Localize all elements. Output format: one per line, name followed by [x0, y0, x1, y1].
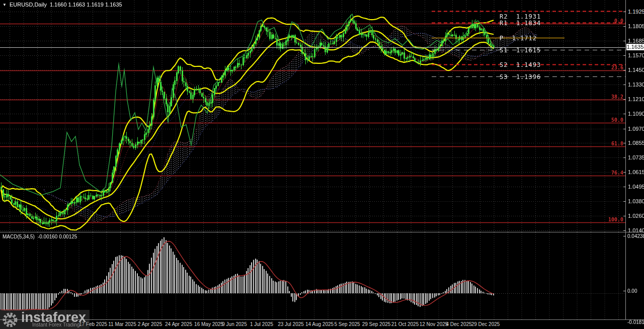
fib-label-50-0: 50.0: [611, 117, 623, 123]
macd-name: MACD(5,34,5): [3, 234, 35, 239]
date-axis-label: 5 Sep 2025: [334, 321, 360, 327]
date-axis-label: 11 Mar 2025: [108, 321, 136, 327]
price-axis-label: 1.0855: [628, 140, 644, 146]
price-axis-tick: [623, 12, 625, 12]
price-axis-label: 1.0615: [628, 170, 644, 175]
fib-label-0-0: 0.0: [614, 18, 623, 24]
date-axis-label: 1 Jul 2025: [250, 321, 273, 327]
date-axis-label: 29 Dec 2025: [471, 321, 500, 327]
date-axis-label: 24 Apr 2025: [165, 321, 192, 327]
price-axis-label: 1.0735: [628, 155, 644, 160]
macd-axis-tick: [623, 236, 625, 236]
mt4-chart-window: ▼ EURUSD,Daily 1.1660 1.1663 1.1619 1.16…: [0, 0, 644, 329]
price-axis-tick: [623, 41, 625, 41]
macd-axis-label: 0.00: [627, 288, 637, 294]
date-axis-label: 29 Sep 2025: [362, 321, 391, 327]
fib-label-100-0: 100.0: [608, 217, 623, 222]
price-axis-label: 1.1805: [628, 24, 644, 29]
ohlc-values: 1.1660 1.1663 1.1619 1.1635: [50, 2, 122, 8]
price-chart-canvas[interactable]: [0, 0, 644, 232]
price-axis-label: 1.1330: [628, 82, 644, 88]
instaforex-watermark: instaforex Instant Forex Trading: [0, 310, 90, 329]
macd-axis-label: -0.01819: [627, 319, 644, 325]
macd-axis-label: 0.04238: [627, 233, 644, 239]
fib-label-76-4: 76.4: [611, 170, 623, 176]
price-axis-label: 1.1210: [628, 97, 644, 102]
macd-axis-tick: [623, 291, 625, 291]
pivot-label-r1: R1 1.1834: [500, 20, 541, 27]
date-axis-label: 2 Apr 2025: [138, 321, 162, 327]
date-axis-label: 14 Aug 2025: [305, 321, 334, 327]
price-axis-tick: [623, 216, 625, 216]
price-axis-tick: [623, 187, 625, 187]
price-axis-tick: [623, 99, 625, 100]
chart-titlebar: ▼ EURUSD,Daily 1.1660 1.1663 1.1619 1.16…: [3, 2, 122, 8]
price-axis-label: 1.0380: [628, 199, 644, 204]
instaforex-gear-icon: [1, 310, 19, 328]
date-axis-label: 9 Jun 2025: [222, 321, 247, 327]
price-axis-tick: [623, 201, 625, 202]
date-axis-label: 23 Jul 2025: [278, 321, 304, 327]
price-axis-label: 1.1685: [628, 38, 644, 44]
logo-tagline-text: Instant Forex Trading: [21, 322, 86, 327]
price-axis-tick: [623, 172, 625, 173]
date-axis-label: 21 Oct 2025: [391, 321, 419, 327]
pivot-label-s3: S3 1.1396: [500, 73, 541, 80]
date-axis-label: 4 Dec 2025: [446, 321, 471, 327]
date-axis-label: 12 Nov 2025: [420, 321, 448, 327]
fib-label-61-8: 61.8: [611, 141, 623, 146]
date-axis-label: 16 May 2025: [194, 321, 223, 327]
price-axis-tick: [623, 129, 625, 129]
price-axis-label: 1.0260: [628, 213, 644, 219]
date-axis: 17 Feb 202511 Mar 20252 Apr 202524 Apr 2…: [0, 320, 644, 329]
fib-label-38-2: 38.2: [611, 94, 623, 100]
pivot-label-s1: S1 1.1615: [500, 47, 541, 54]
macd-current-values: -0.00160 0.00125: [38, 234, 77, 239]
price-axis-tick: [623, 157, 625, 158]
price-axis-tick: [623, 230, 625, 231]
pivot-label-r2: R2 1.1931: [500, 13, 541, 20]
symbol-dropdown-icon[interactable]: ▼: [3, 3, 7, 7]
price-axis-label: 1.0495: [628, 184, 644, 190]
price-axis-label: 1.1925: [628, 9, 644, 15]
macd-indicator-label: MACD(5,34,5) -0.00160 0.00125: [3, 234, 77, 239]
price-axis-tick: [623, 55, 625, 56]
current-price-badge: 1.1635: [626, 44, 644, 50]
axis-border-line: [625, 0, 626, 329]
macd-indicator-canvas[interactable]: [0, 232, 644, 320]
panel-separator[interactable]: [0, 232, 644, 232]
price-axis-tick: [623, 114, 625, 114]
price-axis-tick: [623, 70, 625, 70]
price-axis-label: 1.0970: [628, 126, 644, 132]
price-axis-tick: [623, 143, 625, 143]
price-axis-tick: [623, 26, 625, 27]
price-axis-label: 1.1090: [628, 111, 644, 117]
symbol-period-label: EURUSD,Daily: [10, 2, 47, 8]
price-axis-label: 1.1570: [628, 53, 644, 58]
price-axis-tick: [623, 85, 625, 85]
fib-label-23-6: 23.6: [611, 65, 623, 70]
price-axis-label: 1.0140: [628, 228, 644, 233]
pivot-label-p: P 1.1712: [500, 35, 537, 42]
price-axis-label: 1.1450: [628, 67, 644, 73]
pivot-label-s2: S2 1.1493: [500, 61, 541, 68]
